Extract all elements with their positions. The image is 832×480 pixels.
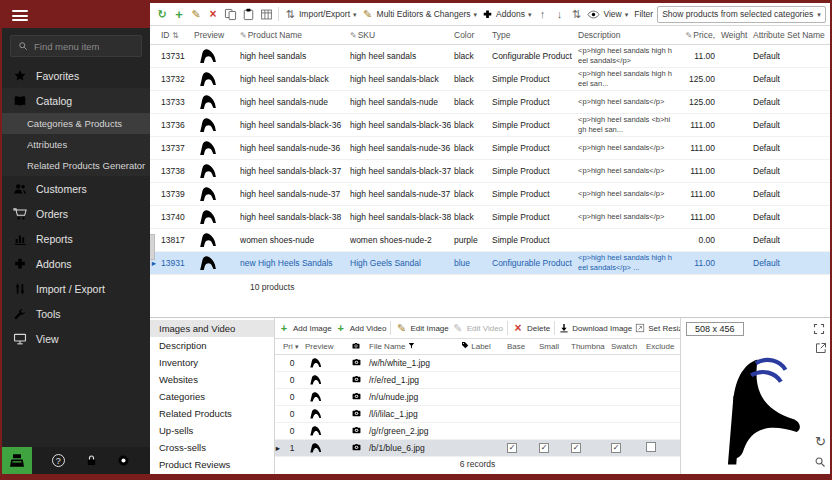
small-checkbox[interactable]: ✓ bbox=[539, 443, 549, 453]
cell-base[interactable] bbox=[505, 422, 537, 439]
cell-small[interactable] bbox=[537, 422, 569, 439]
sidebar-item-favorites[interactable]: Favorites bbox=[2, 63, 150, 88]
cell-swatch[interactable] bbox=[609, 422, 644, 439]
cell-swatch[interactable] bbox=[609, 371, 644, 388]
image-row[interactable]: 0 /w/h/white_1.jpg bbox=[275, 354, 680, 371]
col-product-name[interactable]: ✎Product Name bbox=[237, 26, 347, 44]
sort-ascending-button[interactable]: ↑ bbox=[534, 7, 550, 22]
col-label-col[interactable]: Label bbox=[459, 339, 505, 354]
cell-swatch[interactable] bbox=[609, 388, 644, 405]
swatch-checkbox[interactable]: ✓ bbox=[611, 443, 621, 453]
cell-thumbnail[interactable] bbox=[569, 354, 609, 371]
image-row[interactable]: 0 /l/i/lilac_1.jpg bbox=[275, 405, 680, 422]
add-video-button[interactable]: +Add Video bbox=[334, 322, 388, 335]
sidebar-item-attributes[interactable]: Attributes bbox=[2, 134, 150, 155]
cell-camera[interactable] bbox=[349, 439, 367, 456]
set-resize-rule-button[interactable]: Set Resize Rule▾ bbox=[634, 322, 680, 334]
sidebar-item-addons[interactable]: Addons bbox=[2, 251, 150, 276]
columns-button[interactable] bbox=[258, 6, 275, 23]
tab-cross-sells[interactable]: Cross-sells bbox=[150, 439, 274, 456]
cell-base[interactable] bbox=[505, 388, 537, 405]
copy-button[interactable] bbox=[222, 6, 239, 23]
cell-exclude[interactable] bbox=[644, 422, 680, 439]
col-preview[interactable]: Preview bbox=[303, 339, 349, 354]
sidebar-item-customers[interactable]: Customers bbox=[2, 176, 150, 201]
base-checkbox[interactable]: ✓ bbox=[507, 443, 517, 453]
tab-related-products[interactable]: Related Products bbox=[150, 405, 274, 422]
col-thumbnail[interactable]: Thumbna bbox=[569, 339, 609, 354]
sidebar-item-reports[interactable]: Reports bbox=[2, 226, 150, 251]
product-row[interactable]: 13731 high heel sandals high heel sandal… bbox=[150, 44, 830, 67]
import-export-menu[interactable]: ⇅ Import/Export ▾ bbox=[282, 7, 359, 22]
cell-swatch[interactable]: ✓ bbox=[609, 439, 644, 456]
cell-thumbnail[interactable] bbox=[569, 371, 609, 388]
cell-base[interactable] bbox=[505, 405, 537, 422]
col-preview[interactable]: Preview bbox=[191, 26, 237, 44]
tab-websites[interactable]: Websites bbox=[150, 371, 274, 388]
product-row[interactable]: 13733 high heel sandals-nude high heel s… bbox=[150, 90, 830, 113]
col-file-name[interactable]: File Name bbox=[367, 339, 459, 354]
sidebar-item-related-products-generator[interactable]: Related Products Generator bbox=[2, 155, 150, 176]
image-row[interactable]: 0 /r/e/red_1.jpg bbox=[275, 371, 680, 388]
cell-small[interactable] bbox=[537, 354, 569, 371]
sidebar-item-categories-products[interactable]: Categories & Products bbox=[2, 113, 150, 134]
col-sku[interactable]: ✎SKU bbox=[347, 26, 451, 44]
delete-image-button[interactable]: ×Delete bbox=[511, 321, 551, 335]
col-attribute-set[interactable]: Attribute Set Name bbox=[750, 26, 830, 44]
col-base[interactable]: Base bbox=[505, 339, 537, 354]
add-product-button[interactable]: + bbox=[171, 6, 187, 23]
product-row[interactable]: 13740 high heel sandals-black-38 high he… bbox=[150, 205, 830, 228]
rotate-icon[interactable]: ↻ bbox=[815, 435, 826, 448]
cell-thumbnail[interactable]: ✓ bbox=[569, 439, 609, 456]
cell-base[interactable] bbox=[505, 371, 537, 388]
col-type[interactable]: Type bbox=[489, 26, 575, 44]
edit-image-button[interactable]: ✎Edit Image bbox=[394, 322, 449, 335]
col-exclude[interactable]: Exclude bbox=[644, 339, 680, 354]
cell-exclude[interactable] bbox=[644, 439, 680, 456]
thumbnail-checkbox[interactable]: ✓ bbox=[571, 443, 581, 453]
product-row[interactable]: 13817 women shoes-nude women shoes-nude-… bbox=[150, 228, 830, 251]
cell-small[interactable] bbox=[537, 388, 569, 405]
product-row[interactable]: 13736 high heel sandals-black-36 high he… bbox=[150, 113, 830, 136]
edit-video-button[interactable]: ✎Edit Video bbox=[451, 322, 504, 335]
menu-toggle-button[interactable] bbox=[2, 3, 150, 28]
zoom-icon[interactable] bbox=[814, 456, 826, 468]
tab-categories[interactable]: Categories bbox=[150, 388, 274, 405]
exclude-checkbox[interactable] bbox=[646, 442, 656, 452]
help-button[interactable]: ? bbox=[52, 454, 65, 467]
cell-camera[interactable] bbox=[349, 371, 367, 388]
col-id[interactable]: ID ⇅ bbox=[158, 26, 191, 44]
sort-descending-button[interactable]: ↓ bbox=[551, 7, 567, 22]
cell-swatch[interactable] bbox=[609, 354, 644, 371]
col-priority[interactable]: Pri ▾ bbox=[281, 339, 303, 354]
addons-menu[interactable]: Addons ▾ bbox=[480, 7, 533, 22]
sidebar-item-tools[interactable]: Tools bbox=[2, 301, 150, 326]
cell-camera[interactable] bbox=[349, 405, 367, 422]
add-image-button[interactable]: +Add Image bbox=[277, 322, 333, 335]
download-image-button[interactable]: Download Image bbox=[558, 322, 633, 334]
col-small[interactable]: Small bbox=[537, 339, 569, 354]
filters-menu[interactable]: Filters ▾ bbox=[827, 7, 830, 21]
cell-thumbnail[interactable] bbox=[569, 422, 609, 439]
image-size-field[interactable]: 508 x 456 bbox=[686, 322, 744, 336]
col-description[interactable]: Description bbox=[575, 26, 676, 44]
product-row-selected[interactable]: ▸ 13931 new High Heels Sandals High Geel… bbox=[150, 251, 830, 274]
cell-camera[interactable] bbox=[349, 388, 367, 405]
cell-exclude[interactable] bbox=[644, 371, 680, 388]
sidebar-item-view[interactable]: View bbox=[2, 326, 150, 351]
cell-base[interactable] bbox=[505, 354, 537, 371]
image-row-selected[interactable]: ▸ 1 /b/1/blue_6.jpg ✓ ✓ ✓ ✓ bbox=[275, 439, 680, 456]
col-weight[interactable]: Weight bbox=[718, 26, 750, 44]
cell-base[interactable]: ✓ bbox=[505, 439, 537, 456]
open-external-icon[interactable] bbox=[815, 342, 827, 354]
tab-images-and-video[interactable]: Images and Video bbox=[150, 320, 274, 337]
fullscreen-icon[interactable] bbox=[813, 323, 825, 335]
tab-inventory[interactable]: Inventory bbox=[150, 354, 274, 371]
paste-button[interactable] bbox=[240, 6, 257, 23]
multi-editors-menu[interactable]: ✎ Multi Editors & Changers ▾ bbox=[360, 7, 480, 22]
col-color[interactable]: Color bbox=[451, 26, 489, 44]
product-row[interactable]: 13732 high heel sandals-black high heel … bbox=[150, 67, 830, 90]
cell-camera[interactable] bbox=[349, 354, 367, 371]
search-input[interactable] bbox=[34, 41, 134, 52]
image-row[interactable]: 0 /g/r/green_2.jpg bbox=[275, 422, 680, 439]
